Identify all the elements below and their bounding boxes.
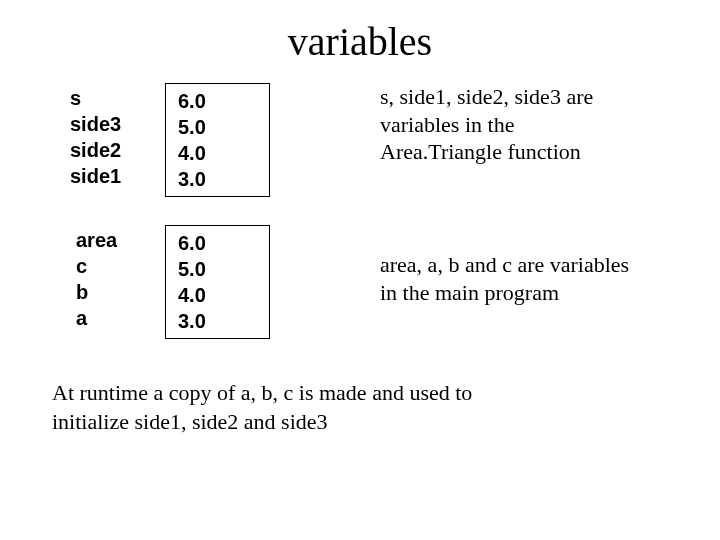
block-triangle-vars: s side3 side2 side1 6.0 5.0 4.0 3.0 s, s… [70, 83, 660, 197]
value: 6.0 [178, 88, 257, 114]
value: 4.0 [178, 282, 257, 308]
value: 4.0 [178, 140, 257, 166]
varnames-1: s side3 side2 side1 [70, 83, 165, 189]
valuebox-1: 6.0 5.0 4.0 3.0 [165, 83, 270, 197]
valuebox-2: 6.0 5.0 4.0 3.0 [165, 225, 270, 339]
footer-text: At runtime a copy of a, b, c is made and… [0, 379, 560, 436]
varname: s [70, 85, 165, 111]
desc-1: s, side1, side2, side3 are variables in … [380, 83, 640, 166]
desc-2: area, a, b and c are variables in the ma… [380, 225, 640, 306]
value: 3.0 [178, 166, 257, 192]
varname: b [76, 279, 165, 305]
varname: area [76, 227, 165, 253]
content-area: s side3 side2 side1 6.0 5.0 4.0 3.0 s, s… [0, 83, 720, 339]
varname: a [76, 305, 165, 331]
varname: side1 [70, 163, 165, 189]
varname: c [76, 253, 165, 279]
page-title: variables [0, 18, 720, 65]
value: 3.0 [178, 308, 257, 334]
block-main-vars: area c b a 6.0 5.0 4.0 3.0 area, a, b an… [70, 225, 660, 339]
value: 6.0 [178, 230, 257, 256]
varname: side3 [70, 111, 165, 137]
varname: side2 [70, 137, 165, 163]
value: 5.0 [178, 256, 257, 282]
varnames-2: area c b a [70, 225, 165, 331]
value: 5.0 [178, 114, 257, 140]
